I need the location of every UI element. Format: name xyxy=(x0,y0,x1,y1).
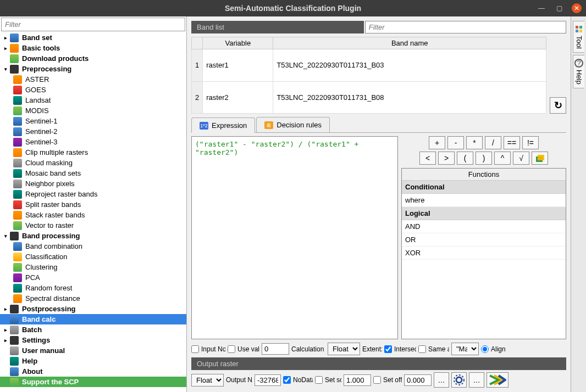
nav-item-reproject-raster-bands[interactable]: Reproject raster bands xyxy=(0,189,186,199)
use-value-nodata-spin[interactable] xyxy=(262,343,289,355)
run-button[interactable] xyxy=(487,372,508,388)
function-item[interactable]: OR xyxy=(402,233,566,247)
bandlist-table[interactable]: Variable Band name 1raster1T53LNC_202209… xyxy=(191,37,546,114)
same-as-checkbox[interactable] xyxy=(418,345,426,353)
op-button[interactable]: / xyxy=(485,136,501,149)
table-row[interactable]: 1raster1T53LNC_20220930T011731_B03 xyxy=(192,49,546,82)
nav-item-basic-tools[interactable]: ▸Basic tools xyxy=(0,43,186,53)
nav-item-goes[interactable]: GOES xyxy=(0,85,186,95)
intersection-checkbox[interactable] xyxy=(384,345,392,353)
calc-dtype-combo[interactable]: Float xyxy=(328,343,360,355)
nav-item-clip-multiple-rasters[interactable]: Clip multiple rasters xyxy=(0,147,186,158)
tool-icon xyxy=(574,25,583,33)
op-button[interactable]: > xyxy=(438,152,455,165)
nav-item-sentinel-1[interactable]: Sentinel-1 xyxy=(0,116,186,126)
nav-item-split-raster-bands[interactable]: Split raster bands xyxy=(0,199,186,210)
op-button[interactable]: ( xyxy=(457,152,473,165)
tab-expression[interactable]: 1*2 Expression xyxy=(191,117,255,133)
nav-item-band-set[interactable]: ▸Band set xyxy=(0,32,186,43)
bandlist-filter-input[interactable] xyxy=(365,21,566,33)
nav-item-about[interactable]: About xyxy=(0,366,186,377)
set-offset-spin[interactable] xyxy=(404,374,432,386)
nodata-mask-checkbox[interactable] xyxy=(283,376,291,384)
nav-item-icon xyxy=(13,273,22,282)
sidetab-help[interactable]: ? Help xyxy=(573,55,584,88)
op-button[interactable]: * xyxy=(466,136,483,149)
batch-gear-button[interactable] xyxy=(451,372,467,388)
nav-item-random-forest[interactable]: Random forest xyxy=(0,283,186,293)
op-button[interactable]: == xyxy=(504,136,520,149)
sidebar-filter-input[interactable] xyxy=(1,18,185,31)
nav-item-download-products[interactable]: Download products xyxy=(0,53,186,64)
nav-item-user-manual[interactable]: User manual xyxy=(0,345,186,356)
operator-buttons: +-*/==!= <>()^√ xyxy=(401,136,566,165)
use-value-nodata-checkbox[interactable] xyxy=(228,345,235,353)
tab-decision-rules[interactable]: ⊞ Decision rules xyxy=(256,117,330,132)
maximize-button[interactable]: ▢ xyxy=(554,3,564,13)
nav-item-band-combination[interactable]: Band combination xyxy=(0,241,186,251)
nav-item-modis[interactable]: MODIS xyxy=(0,105,186,116)
nav-item-mosaic-band-sets[interactable]: Mosaic band sets xyxy=(0,168,186,178)
help-icon: ? xyxy=(574,59,583,68)
functions-panel: Functions ConditionalwhereLogicalANDORXO… xyxy=(401,168,566,339)
op-button[interactable]: < xyxy=(419,152,436,165)
input-options-row: Input NoData as value Use value as NoDat… xyxy=(191,343,566,355)
op-button[interactable]: √ xyxy=(513,152,529,165)
minimize-button[interactable]: — xyxy=(537,3,546,13)
table-row[interactable]: 2raster2T53LNC_20220930T011731_B08 xyxy=(192,81,546,114)
set-scale-spin[interactable] xyxy=(344,374,371,386)
nav-item-batch[interactable]: ▸Batch xyxy=(0,324,186,335)
open-expression-button[interactable] xyxy=(532,152,548,165)
nav-item-neighbor-pixels[interactable]: Neighbor pixels xyxy=(0,178,186,189)
nav-item-icon xyxy=(10,305,19,313)
nav-item-preprocessing[interactable]: ▾Preprocessing xyxy=(0,64,186,74)
function-item[interactable]: XOR xyxy=(402,247,566,260)
expander-icon: ▸ xyxy=(2,35,9,41)
nav-item-clustering[interactable]: Clustering xyxy=(0,262,186,272)
nav-item-stack-raster-bands[interactable]: Stack raster bands xyxy=(0,210,186,220)
nav-item-settings[interactable]: ▸Settings xyxy=(0,335,186,345)
window-controls: — ▢ ✕ xyxy=(537,3,582,13)
close-button[interactable]: ✕ xyxy=(572,3,582,13)
nav-item-aster[interactable]: ASTER xyxy=(0,74,186,85)
browse-output-button[interactable]: … xyxy=(469,372,484,388)
op-button[interactable]: != xyxy=(522,136,539,149)
nav-item-band-processing[interactable]: ▾Band processing xyxy=(0,231,186,241)
nav-item-cloud-masking[interactable]: Cloud masking xyxy=(0,158,186,168)
decision-icon: ⊞ xyxy=(264,121,273,129)
set-scale-checkbox[interactable] xyxy=(315,376,323,384)
align-radio[interactable] xyxy=(481,345,489,353)
output-nodata-spin[interactable] xyxy=(255,374,281,386)
expression-textarea[interactable]: ("raster1" - "raster2") / ("raster1" + "… xyxy=(191,136,398,339)
op-button[interactable]: ^ xyxy=(494,152,511,165)
nav-item-landsat[interactable]: Landsat xyxy=(0,95,186,105)
set-offset-checkbox[interactable] xyxy=(373,376,381,384)
nav-item-support-the-scp[interactable]: Support the SCP xyxy=(0,377,186,387)
nav-tree[interactable]: ▸Band set▸Basic toolsDownload products▾P… xyxy=(0,32,186,392)
nav-item-icon xyxy=(13,294,22,303)
op-button[interactable]: ) xyxy=(476,152,492,165)
browse-button[interactable]: … xyxy=(434,372,449,388)
nav-item-postprocessing[interactable]: ▸Postprocessing xyxy=(0,304,186,314)
op-button[interactable]: - xyxy=(447,136,464,149)
nav-item-classification[interactable]: Classification xyxy=(0,251,186,262)
op-button[interactable]: + xyxy=(429,136,445,149)
nav-item-band-calc[interactable]: Band calc xyxy=(0,314,186,324)
input-nodata-checkbox[interactable] xyxy=(191,345,199,353)
nav-item-sentinel-2[interactable]: Sentinel-2 xyxy=(0,126,186,137)
sidebar: ▸Band set▸Basic toolsDownload products▾P… xyxy=(0,16,187,392)
nav-item-spectral-distance[interactable]: Spectral distance xyxy=(0,293,186,304)
nav-item-help[interactable]: Help xyxy=(0,356,186,366)
sidetab-tool[interactable]: Tool xyxy=(573,21,584,53)
functions-list[interactable]: Functions ConditionalwhereLogicalANDORXO… xyxy=(402,169,566,339)
output-dtype-combo[interactable]: Float xyxy=(191,374,224,387)
nav-item-sentinel-3[interactable]: Sentinel-3 xyxy=(0,137,186,147)
function-item[interactable]: where xyxy=(402,194,566,207)
function-item[interactable]: AND xyxy=(402,220,566,233)
refresh-bandlist-button[interactable]: ↻ xyxy=(550,97,566,114)
same-as-combo[interactable]: "Map extent" xyxy=(451,343,479,355)
nav-item-icon xyxy=(13,180,22,188)
nav-item-pca[interactable]: PCA xyxy=(0,272,186,283)
bandlist-label: Band list xyxy=(191,21,364,33)
nav-item-vector-to-raster[interactable]: Vector to raster xyxy=(0,220,186,231)
